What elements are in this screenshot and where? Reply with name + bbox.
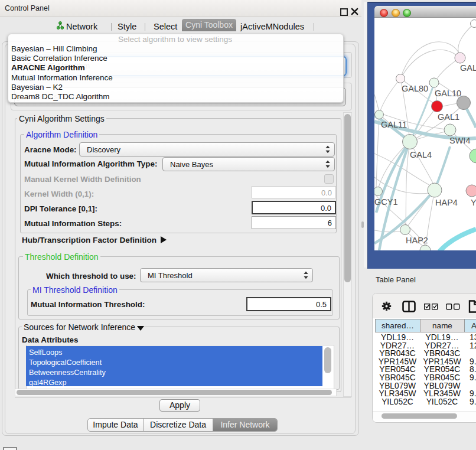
svg-text:GAL7: GAL7 <box>460 63 476 73</box>
svg-text:GAL11: GAL11 <box>381 120 407 129</box>
svg-text:HAP4: HAP4 <box>435 198 458 207</box>
svg-text:GAL4: GAL4 <box>410 150 432 159</box>
svg-text:GAL1: GAL1 <box>438 112 459 122</box>
svg-text:HAP2: HAP2 <box>406 236 428 245</box>
svg-text:GAL10: GAL10 <box>435 89 461 98</box>
svg-text:GAL80: GAL80 <box>402 84 428 93</box>
svg-text:SWI4: SWI4 <box>449 136 470 145</box>
svg-text:GCY1: GCY1 <box>374 197 398 207</box>
svg-text:YC: YC <box>471 198 476 207</box>
